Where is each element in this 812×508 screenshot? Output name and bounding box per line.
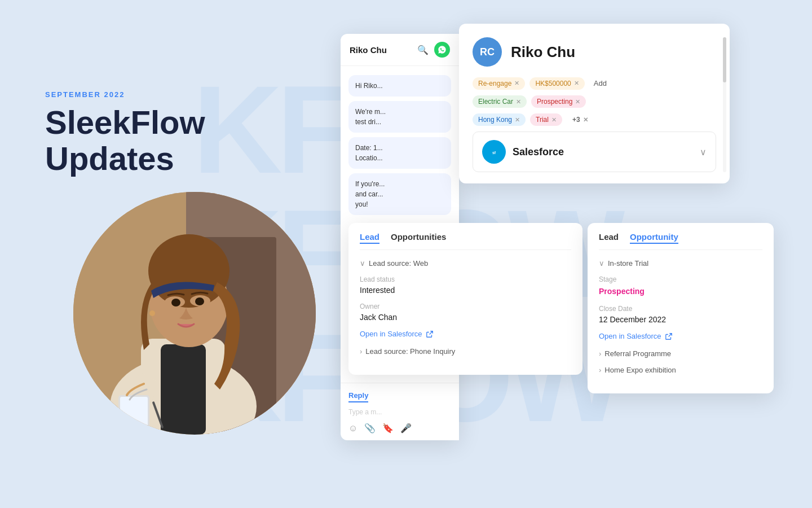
tag-hongkong-close[interactable]: ✕ bbox=[515, 116, 520, 124]
chevron-down-icon: ∨ bbox=[700, 147, 707, 157]
home-expo-row[interactable]: › Home Expo exhibition bbox=[599, 366, 762, 374]
chat-contact-name: Riko Chu bbox=[350, 45, 412, 55]
emoji-icon[interactable]: ☺ bbox=[348, 423, 358, 433]
search-icon[interactable]: 🔍 bbox=[417, 45, 429, 55]
svg-point-13 bbox=[149, 310, 155, 316]
tag-more-close[interactable]: ✕ bbox=[583, 116, 588, 124]
referral-row[interactable]: › Referral Programme bbox=[599, 349, 762, 358]
tags-row-1: Re-engage ✕ HK$500000 ✕ Add bbox=[473, 77, 716, 90]
scrollbar-thumb[interactable] bbox=[723, 37, 726, 82]
avatar: RC bbox=[473, 37, 502, 67]
opportunity-name-label: In-store Trial bbox=[608, 259, 648, 268]
reply-label[interactable]: Reply bbox=[348, 391, 368, 402]
chat-message-3: Date: 1...Locatio... bbox=[348, 137, 451, 169]
lead-source-web-label: Lead source: Web bbox=[369, 259, 428, 268]
chevron-down-icon: ∨ bbox=[360, 259, 365, 268]
reply-area: Reply Type a m... ☺ 📎 🔖 🎤 bbox=[341, 383, 459, 440]
close-date-label: Close Date bbox=[599, 305, 762, 313]
svg-point-12 bbox=[195, 297, 204, 305]
chevron-right-icon: › bbox=[360, 347, 362, 356]
owner-field: Owner Jack Chan bbox=[360, 303, 571, 322]
mic-icon[interactable]: 🎤 bbox=[400, 423, 412, 433]
referral-label: Referral Programme bbox=[604, 349, 671, 358]
salesforce-name: Salesforce bbox=[513, 146, 693, 158]
left-content: SEPTEMBER 2022 SleekFlow Updates bbox=[45, 90, 282, 177]
svg-text:sf: sf bbox=[492, 151, 496, 155]
tag-trial-close[interactable]: ✕ bbox=[551, 116, 557, 124]
tag-reengage[interactable]: Re-engage ✕ bbox=[473, 77, 525, 90]
opportunity-panel: Lead Opportunity ∨ In-store Trial Stage … bbox=[588, 223, 774, 393]
tag-electric-car[interactable]: Electric Car ✕ bbox=[473, 95, 527, 108]
lead-status-field: Lead status Interested bbox=[360, 275, 571, 295]
svg-point-8 bbox=[148, 234, 230, 308]
tab-opportunity[interactable]: Opportunity bbox=[630, 232, 678, 244]
opportunity-name-row[interactable]: ∨ In-store Trial bbox=[599, 259, 762, 268]
contact-name: Riko Chu bbox=[511, 43, 575, 61]
open-sf-opp-label: Open in Salesforce bbox=[599, 332, 661, 340]
tab-lead-opp[interactable]: Lead bbox=[599, 232, 619, 244]
contact-panel: RC Riko Chu Re-engage ✕ HK$500000 ✕ Add … bbox=[459, 24, 730, 183]
chevron-right-icon: › bbox=[599, 366, 601, 374]
tab-opportunities[interactable]: Opportunities bbox=[391, 232, 446, 244]
svg-rect-5 bbox=[161, 344, 206, 435]
contact-header: RC Riko Chu bbox=[473, 37, 716, 67]
tag-prospecting-close[interactable]: ✕ bbox=[575, 98, 580, 106]
tag-more[interactable]: +3 ✕ bbox=[567, 113, 594, 126]
reply-input-placeholder[interactable]: Type a m... bbox=[348, 408, 451, 416]
opportunity-panel-tabs: Lead Opportunity bbox=[599, 232, 762, 250]
main-title: SleekFlow Updates bbox=[45, 104, 282, 177]
svg-point-11 bbox=[171, 299, 180, 306]
whatsapp-icon bbox=[434, 42, 450, 58]
add-tag-button[interactable]: Add bbox=[589, 77, 611, 90]
chevron-down-icon: ∨ bbox=[599, 259, 604, 268]
lead-status-value: Interested bbox=[360, 286, 571, 295]
bookmark-icon[interactable]: 🔖 bbox=[382, 423, 394, 433]
lead-panel: Lead Opportunities ∨ Lead source: Web Le… bbox=[348, 223, 582, 375]
reply-toolbar: ☺ 📎 🔖 🎤 bbox=[348, 423, 451, 433]
owner-value: Jack Chan bbox=[360, 313, 571, 322]
close-date-field: Close Date 12 December 2022 bbox=[599, 305, 762, 324]
tab-lead[interactable]: Lead bbox=[360, 232, 379, 244]
chat-messages: Hi Riko... We're m...test dri... Date: 1… bbox=[341, 66, 459, 224]
open-sf-label: Open in Salesforce bbox=[360, 330, 422, 338]
chat-message-2: We're m...test dri... bbox=[348, 101, 451, 133]
chat-header: Riko Chu 🔍 bbox=[341, 34, 459, 66]
lead-source-phone-label: Lead source: Phone Inquiry bbox=[365, 347, 455, 356]
salesforce-logo: sf bbox=[482, 140, 506, 164]
chevron-right-icon: › bbox=[599, 349, 601, 358]
date-label: SEPTEMBER 2022 bbox=[45, 90, 282, 99]
tag-hk500k[interactable]: HK$500000 ✕ bbox=[529, 77, 584, 90]
tags-row-3: Hong Kong ✕ Trial ✕ +3 ✕ bbox=[473, 113, 716, 126]
tag-trial[interactable]: Trial ✕ bbox=[530, 113, 562, 126]
close-date-value: 12 December 2022 bbox=[599, 315, 762, 324]
tag-prospecting[interactable]: Prospecting ✕ bbox=[531, 95, 586, 108]
salesforce-section[interactable]: sf Salesforce ∨ bbox=[473, 132, 716, 172]
home-expo-label: Home Expo exhibition bbox=[604, 366, 676, 374]
lead-panel-tabs: Lead Opportunities bbox=[360, 232, 571, 250]
owner-label: Owner bbox=[360, 303, 571, 310]
lead-status-label: Lead status bbox=[360, 275, 571, 283]
tag-hong-kong[interactable]: Hong Kong ✕ bbox=[473, 113, 526, 126]
attachment-icon[interactable]: 📎 bbox=[364, 423, 376, 433]
stage-value: Prospecting bbox=[599, 286, 645, 297]
person-image bbox=[73, 192, 316, 435]
tag-hk500k-close[interactable]: ✕ bbox=[574, 80, 579, 87]
external-link-icon bbox=[665, 332, 673, 340]
stage-label: Stage bbox=[599, 275, 762, 283]
tag-reengage-close[interactable]: ✕ bbox=[514, 80, 519, 87]
scrollbar-track[interactable] bbox=[723, 37, 726, 172]
open-salesforce-link-lead[interactable]: Open in Salesforce bbox=[360, 330, 571, 338]
chat-message-1: Hi Riko... bbox=[348, 75, 451, 97]
chat-message-4: If you're...and car...you! bbox=[348, 173, 451, 215]
tags-row-2: Electric Car ✕ Prospecting ✕ bbox=[473, 95, 716, 108]
lead-source-phone-row[interactable]: › Lead source: Phone Inquiry bbox=[360, 347, 571, 356]
stage-field: Stage Prospecting bbox=[599, 275, 762, 305]
external-link-icon bbox=[426, 330, 434, 338]
open-salesforce-link-opp[interactable]: Open in Salesforce bbox=[599, 332, 762, 340]
svg-rect-16 bbox=[120, 397, 148, 435]
tag-electric-close[interactable]: ✕ bbox=[516, 98, 521, 106]
lead-source-web-row[interactable]: ∨ Lead source: Web bbox=[360, 259, 571, 268]
